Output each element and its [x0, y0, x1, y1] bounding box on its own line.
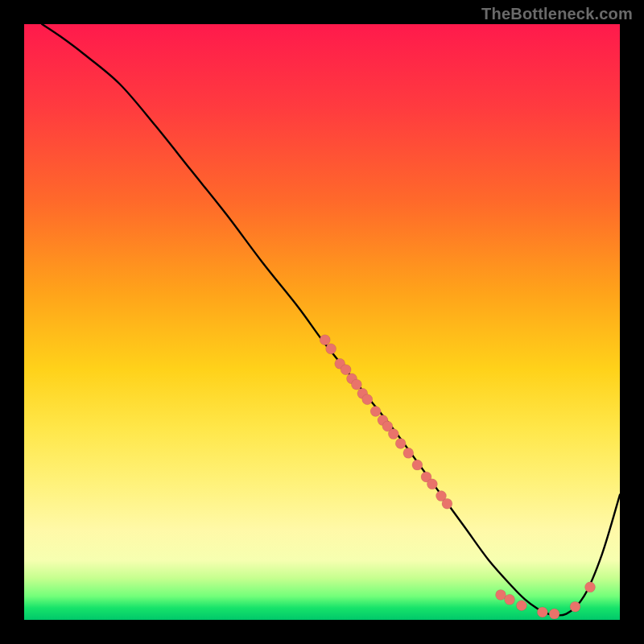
data-point [403, 448, 414, 458]
data-point [351, 379, 361, 390]
outer-frame: TheBottleneck.com [0, 0, 644, 644]
data-point [326, 344, 336, 354]
data-point [442, 498, 452, 509]
data-point [585, 582, 596, 592]
data-point [395, 438, 406, 448]
data-point [388, 429, 398, 440]
data-point [427, 479, 437, 489]
data-point [362, 394, 373, 405]
data-point [549, 609, 559, 619]
data-point [320, 335, 330, 345]
watermark-text: TheBottleneck.com [481, 5, 633, 23]
data-point [516, 601, 526, 611]
data-point [341, 365, 351, 375]
data-point [570, 601, 580, 612]
data-point [412, 460, 423, 470]
highlight-points [320, 335, 595, 619]
bottleneck-curve [42, 24, 620, 616]
data-point [505, 594, 515, 605]
data-point [537, 607, 547, 617]
chart-svg [24, 24, 620, 620]
data-point [370, 407, 381, 417]
